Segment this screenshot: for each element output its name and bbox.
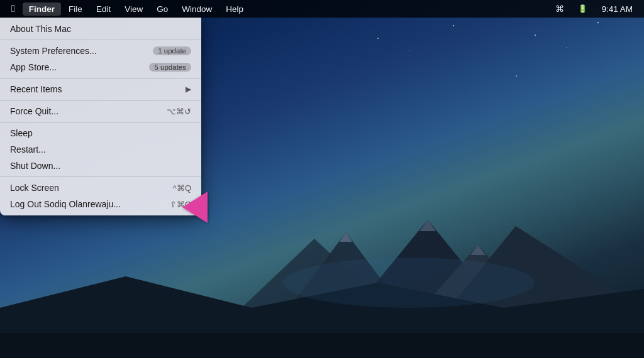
apple-dropdown-menu: About This Mac System Preferences... 1 u…: [0, 18, 201, 215]
svg-marker-8: [470, 245, 486, 255]
logout-shortcut: ⇧⌘Q: [170, 200, 191, 209]
separator-5: [0, 176, 201, 177]
sleep-label: Sleep: [10, 128, 33, 138]
menubar:  Finder File Edit View Go Window Help ⌘…: [0, 0, 644, 18]
separator-3: [0, 100, 201, 100]
force-quit-item[interactable]: Force Quit... ⌥⌘↺: [0, 103, 201, 119]
svg-rect-10: [0, 333, 644, 358]
app-store-label: App Store...: [10, 62, 57, 72]
svg-marker-6: [340, 232, 352, 242]
shutdown-item[interactable]: Shut Down...: [0, 158, 201, 174]
wifi-icon[interactable]: ⌘: [549, 2, 570, 16]
separator-4: [0, 122, 201, 122]
file-menu[interactable]: File: [62, 3, 89, 16]
go-menu[interactable]: Go: [150, 3, 174, 16]
system-prefs-label: System Preferences...: [10, 46, 97, 56]
app-store-item[interactable]: App Store... 5 updates: [0, 59, 201, 75]
app-store-badge: 5 updates: [149, 63, 191, 72]
recent-items-chevron: ▶: [186, 85, 191, 94]
lock-screen-shortcut: ^⌘Q: [173, 183, 191, 193]
window-menu[interactable]: Window: [175, 3, 218, 16]
lock-screen-item[interactable]: Lock Screen ^⌘Q: [0, 180, 201, 196]
help-menu[interactable]: Help: [219, 3, 250, 16]
edit-menu[interactable]: Edit: [90, 3, 117, 16]
menubar-right: ⌘ 🔋 9:41 AM: [549, 2, 639, 16]
logout-item[interactable]: Log Out Sodiq Olanrewaju... ⇧⌘Q: [0, 196, 201, 212]
shutdown-label: Shut Down...: [10, 161, 60, 171]
svg-marker-7: [419, 220, 436, 231]
separator-2: [0, 78, 201, 79]
svg-point-9: [283, 258, 535, 308]
separator-1: [0, 40, 201, 40]
recent-items-item[interactable]: Recent Items ▶: [0, 81, 201, 97]
restart-label: Restart...: [10, 144, 46, 155]
recent-items-label: Recent Items: [10, 84, 62, 94]
restart-item[interactable]: Restart...: [0, 141, 201, 158]
apple-menu-button[interactable]: : [5, 3, 21, 14]
about-this-mac-item[interactable]: About This Mac: [0, 21, 201, 37]
finder-menu[interactable]: Finder: [23, 3, 61, 16]
system-prefs-badge: 1 update: [153, 46, 191, 55]
force-quit-shortcut: ⌥⌘↺: [167, 107, 191, 116]
logout-label: Log Out Sodiq Olanrewaju...: [10, 199, 121, 209]
view-menu[interactable]: View: [118, 3, 149, 16]
sleep-item[interactable]: Sleep: [0, 125, 201, 141]
battery-icon[interactable]: 🔋: [572, 3, 594, 15]
lock-screen-label: Lock Screen: [10, 183, 59, 193]
system-preferences-item[interactable]: System Preferences... 1 update: [0, 43, 201, 59]
clock: 9:41 AM: [595, 3, 639, 16]
force-quit-label: Force Quit...: [10, 106, 58, 116]
about-this-mac-label: About This Mac: [10, 24, 71, 34]
